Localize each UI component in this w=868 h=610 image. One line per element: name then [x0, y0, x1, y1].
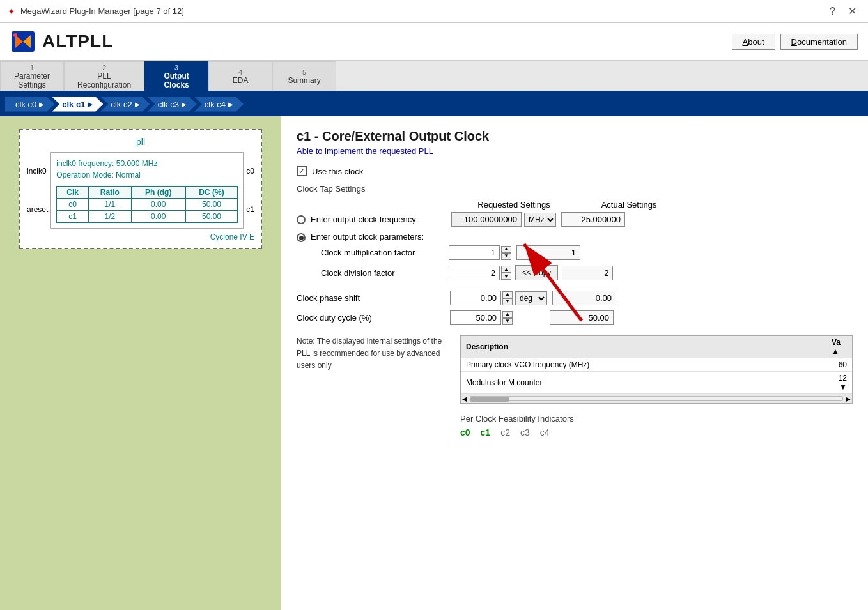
clock-tap-label: Clock Tap Settings: [297, 184, 853, 194]
pll-col-dc: DC (%): [185, 187, 238, 199]
scroll-down-icon[interactable]: ▼: [839, 383, 847, 392]
note-text: Note: The displayed internal settings of…: [297, 335, 450, 372]
params-radio-dot: [299, 236, 304, 240]
right-panel: c1 - Core/External Output Clock Able to …: [281, 116, 868, 610]
div-down-button[interactable]: ▼: [501, 273, 511, 280]
scroll-left-icon[interactable]: ◀: [462, 395, 467, 402]
feasibility-section: Per Clock Feasibility Indicators c0 c1 c…: [460, 414, 853, 438]
pll-col-ratio: Ratio: [88, 187, 131, 199]
col-header-actual: Actual Settings: [591, 200, 667, 210]
feasibility-c4: c4: [540, 427, 550, 438]
section-subtitle: Able to implement the requested PLL: [297, 146, 853, 156]
phase-unit-select[interactable]: deg ps: [515, 291, 547, 305]
div-up-button[interactable]: ▲: [501, 266, 511, 273]
params-radio-label: Enter output clock parameters:: [311, 232, 853, 241]
mult-factor-spinner[interactable]: ▲ ▼: [501, 246, 511, 260]
clock-tab-c1[interactable]: clk c1 ▶: [52, 97, 103, 112]
use-clock-checkbox[interactable]: ✓: [297, 166, 307, 176]
main-content: pll inclk0 areset inclk0 frequency: 50.0…: [0, 116, 868, 610]
documentation-button[interactable]: Documentation: [780, 34, 858, 50]
h-scrollbar[interactable]: ◀ ▶: [461, 394, 852, 403]
mult-down-button[interactable]: ▼: [501, 253, 511, 260]
phase-label: Clock phase shift: [297, 293, 450, 303]
close-button[interactable]: ✕: [844, 4, 860, 19]
phase-down-button[interactable]: ▼: [502, 298, 513, 305]
freq-radio-button[interactable]: [297, 215, 306, 224]
about-button[interactable]: About: [732, 34, 775, 50]
clock-tab-c4-label: clk c4: [205, 100, 226, 109]
desc-table: Description Va ▲ Primary clock VCO frequ…: [461, 336, 852, 394]
pll-title: pll: [27, 137, 254, 147]
duty-actual-input: [550, 310, 614, 325]
clock-tab-c3-label: clk c3: [158, 100, 179, 109]
clock-tab-c4[interactable]: clk c4 ▶: [194, 97, 244, 112]
feasibility-c3: c3: [520, 427, 530, 438]
tab-parameter-settings[interactable]: 1 Parameter Settings: [0, 61, 64, 91]
desc-cell-2-val: 12 ▼: [826, 372, 852, 394]
clock-tab-c2-arrow: ▶: [135, 101, 140, 108]
params-radio-row: Enter output clock parameters: Clock mul…: [297, 232, 853, 286]
clock-tab-c1-arrow: ▶: [88, 101, 93, 108]
h-scroll-thumb[interactable]: [470, 397, 509, 402]
pll-info-line1: inclk0 frequency: 50.000 MHz: [56, 158, 238, 169]
use-clock-label: Use this clock: [312, 167, 363, 176]
tab-summary[interactable]: 5 Summary: [272, 61, 336, 91]
duty-up-button[interactable]: ▲: [502, 311, 513, 318]
feasibility-c2: c2: [500, 427, 510, 438]
pll-cell-c0-ratio: 1/1: [88, 199, 131, 211]
phase-actual-input: [552, 291, 616, 305]
desc-cell-2-desc: Modulus for M counter: [461, 372, 826, 394]
clock-tab-c2-label: clk c2: [111, 100, 132, 109]
app-logo-area: ALTPLL: [10, 30, 113, 53]
clock-tab-c2[interactable]: clk c2 ▶: [100, 97, 150, 112]
pll-port-inclk0: inclk0: [27, 167, 48, 176]
pll-port-c1: c1: [246, 205, 254, 214]
freq-value-input[interactable]: [451, 212, 522, 227]
col-header-requested: Requested Settings: [450, 200, 578, 210]
scroll-up-icon[interactable]: ▲: [832, 347, 839, 356]
params-block: Enter output clock parameters: Clock mul…: [311, 232, 853, 286]
div-factor-spinner[interactable]: ▲ ▼: [501, 266, 511, 280]
tab-eda[interactable]: 4 EDA: [208, 61, 272, 91]
window-title: MegaWizard Plug-In Manager [page 7 of 12…: [20, 6, 184, 16]
mult-factor-label: Clock multiplication factor: [321, 248, 449, 257]
duty-label: Clock duty cycle (%): [297, 313, 450, 323]
phase-up-button[interactable]: ▲: [502, 291, 513, 298]
pll-info-line2: Operation Mode: Normal: [56, 169, 238, 181]
phase-input[interactable]: [450, 291, 501, 305]
copy-button[interactable]: << Copy: [515, 265, 558, 280]
feasibility-title: Per Clock Feasibility Indicators: [460, 414, 853, 423]
mult-up-button[interactable]: ▲: [501, 246, 511, 253]
title-bar-right: ? ✕: [826, 4, 860, 19]
section-title: c1 - Core/External Output Clock: [297, 129, 853, 144]
tab-output-clocks[interactable]: 3 Output Clocks: [144, 61, 208, 91]
scroll-right-icon[interactable]: ▶: [846, 395, 851, 402]
header-buttons: About Documentation: [732, 34, 858, 50]
tab-pll-reconfiguration[interactable]: 2 PLL Reconfiguration: [64, 61, 144, 91]
duty-input[interactable]: [450, 310, 501, 325]
freq-unit-select[interactable]: MHz KHz: [524, 213, 556, 227]
checkbox-check-icon: ✓: [298, 167, 305, 176]
div-actual-input: [562, 266, 613, 280]
params-radio-button[interactable]: [297, 233, 306, 242]
clock-tab-c1-label: clk c1: [62, 100, 85, 109]
desc-table-container: Description Va ▲ Primary clock VCO frequ…: [460, 335, 853, 404]
step-tabs: 1 Parameter Settings 2 PLL Reconfigurati…: [0, 61, 868, 92]
clock-tab-c3[interactable]: clk c3 ▶: [148, 97, 197, 112]
desc-col-desc: Description: [461, 336, 826, 358]
phase-spinner[interactable]: ▲ ▼: [502, 291, 513, 305]
pll-cell-c0-dc: 50.00: [185, 199, 238, 211]
clock-tab-c0-label: clk c0: [15, 100, 36, 109]
left-panel: pll inclk0 areset inclk0 frequency: 50.0…: [0, 116, 281, 610]
clock-tab-c0[interactable]: clk c0 ▶: [5, 97, 54, 112]
pll-table: Clk Ratio Ph (dg) DC (%) c0 1/1 0.00: [56, 186, 238, 223]
mult-actual-input: [516, 245, 580, 260]
duty-down-button[interactable]: ▼: [502, 318, 513, 325]
mult-factor-input[interactable]: [449, 245, 500, 260]
div-factor-input[interactable]: [449, 266, 500, 280]
pll-col-clk: Clk: [57, 187, 88, 199]
feasibility-c0: c0: [460, 427, 470, 438]
help-button[interactable]: ?: [826, 4, 839, 19]
clock-tab-c4-arrow: ▶: [228, 101, 233, 108]
duty-spinner[interactable]: ▲ ▼: [502, 311, 513, 325]
